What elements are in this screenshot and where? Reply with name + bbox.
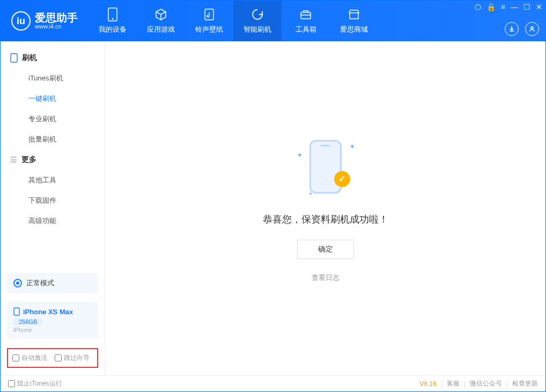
maximize-button[interactable]: ☐ xyxy=(523,3,530,11)
tab-my-device[interactable]: 我的设备 xyxy=(88,1,137,41)
brand-subtitle: www.i4.cn xyxy=(35,23,78,29)
user-button[interactable] xyxy=(525,22,539,36)
list-icon: ☰ xyxy=(10,156,17,164)
body: 刷机 iTunes刷机 一键刷机 专业刷机 批量刷机 ☰ 更多 其他工具 下载固… xyxy=(1,41,545,375)
cube-icon xyxy=(154,8,168,21)
checkbox-label: 跳过向导 xyxy=(64,353,90,363)
nav-group-more: ☰ 更多 xyxy=(1,150,105,170)
sidebar-nav: 刷机 iTunes刷机 一键刷机 专业刷机 批量刷机 ☰ 更多 其他工具 下载固… xyxy=(1,41,105,231)
tab-label: 智能刷机 xyxy=(244,25,271,34)
link-check-update[interactable]: 检查更新 xyxy=(512,379,538,388)
svg-rect-5 xyxy=(11,54,17,62)
version-label: V8.16 xyxy=(419,380,436,388)
brand-logo-icon: iu xyxy=(11,11,31,31)
checkbox-skip-guide[interactable]: 跳过向导 xyxy=(55,353,90,363)
svg-rect-6 xyxy=(14,308,19,315)
nav-item-oneclick-flash[interactable]: 一键刷机 xyxy=(1,88,105,109)
tab-label: 我的设备 xyxy=(99,25,127,34)
nav-item-other-tools[interactable]: 其他工具 xyxy=(1,170,105,190)
device-type: iPhone xyxy=(13,327,92,333)
sparkle-icon: ✦ xyxy=(297,151,303,159)
tab-label: 铃声壁纸 xyxy=(195,25,223,34)
checkbox-input[interactable] xyxy=(8,380,15,387)
sparkle-icon: ✦ xyxy=(349,142,356,151)
device-storage: 256GB xyxy=(13,318,42,326)
tab-label: 爱思商城 xyxy=(340,25,368,34)
mode-card[interactable]: 正常模式 xyxy=(7,273,98,293)
tab-apps-games[interactable]: 应用游戏 xyxy=(137,1,185,41)
menu-icon[interactable]: ≡ xyxy=(501,3,505,11)
sidebar: 刷机 iTunes刷机 一键刷机 专业刷机 批量刷机 ☰ 更多 其他工具 下载固… xyxy=(1,41,105,375)
view-log-link[interactable]: 查看日志 xyxy=(312,273,340,283)
nav-item-advanced[interactable]: 高级功能 xyxy=(1,211,105,231)
checkbox-label: 阻止iTunes运行 xyxy=(17,379,62,388)
main-panel: ✦ ✦ • ✓ 恭喜您，保资料刷机成功啦！ 确定 查看日志 xyxy=(105,41,545,375)
lock-icon[interactable]: 🔒 xyxy=(486,3,496,11)
phone-icon xyxy=(106,8,120,21)
music-file-icon xyxy=(202,8,216,21)
checkbox-auto-activate[interactable]: 自动激活 xyxy=(12,353,47,363)
device-name: iPhone XS Max xyxy=(23,308,73,316)
device-card[interactable]: iPhone XS Max 256GB iPhone xyxy=(7,302,98,338)
nav-group-flash: 刷机 xyxy=(1,48,105,68)
tab-toolbox[interactable]: 工具箱 xyxy=(282,1,330,41)
svg-point-1 xyxy=(112,18,114,20)
tab-label: 应用游戏 xyxy=(147,25,175,34)
brand: iu 爱思助手 www.i4.cn xyxy=(1,11,88,31)
store-icon xyxy=(347,8,361,21)
window-controls: ⬡ 🔒 ≡ — ☐ ✕ xyxy=(475,3,542,11)
nav-item-pro-flash[interactable]: 专业刷机 xyxy=(1,109,105,129)
checkbox-input[interactable] xyxy=(12,354,19,361)
minimize-button[interactable]: — xyxy=(511,3,518,11)
confirm-button[interactable]: 确定 xyxy=(297,240,354,259)
success-illustration: ✦ ✦ • ✓ xyxy=(293,135,358,199)
status-bar: 阻止iTunes运行 V8.16 | 客服 | 微信公众号 | 检查更新 xyxy=(1,375,545,391)
top-tabs: 我的设备 应用游戏 铃声壁纸 智能刷机 xyxy=(88,1,378,41)
checkmark-badge-icon: ✓ xyxy=(334,171,350,187)
mode-label: 正常模式 xyxy=(26,278,54,288)
svg-point-4 xyxy=(531,27,533,29)
download-button[interactable] xyxy=(505,22,519,36)
checkbox-block-itunes[interactable]: 阻止iTunes运行 xyxy=(8,379,62,388)
nav-item-batch-flash[interactable]: 批量刷机 xyxy=(1,129,105,150)
nav-group-title: 更多 xyxy=(21,155,36,165)
checkbox-input[interactable] xyxy=(55,354,62,361)
nav-item-download-fw[interactable]: 下载固件 xyxy=(1,190,105,211)
tab-smart-flash[interactable]: 智能刷机 xyxy=(233,1,282,41)
refresh-shield-icon xyxy=(250,8,264,21)
tab-ringtones[interactable]: 铃声壁纸 xyxy=(185,1,233,41)
device-icon xyxy=(13,307,20,316)
mode-indicator-icon xyxy=(13,279,22,287)
nav-group-title: 刷机 xyxy=(22,53,37,63)
tab-store[interactable]: 爱思商城 xyxy=(330,1,378,41)
link-support[interactable]: 客服 xyxy=(447,379,460,388)
close-button[interactable]: ✕ xyxy=(536,3,542,11)
brand-title: 爱思助手 xyxy=(35,12,78,23)
checkbox-label: 自动激活 xyxy=(21,353,47,363)
titlebar: iu 爱思助手 www.i4.cn 我的设备 应用游戏 xyxy=(1,1,545,41)
flash-options-highlight: 自动激活 跳过向导 xyxy=(7,348,98,368)
header-actions xyxy=(505,22,539,36)
app-window: iu 爱思助手 www.i4.cn 我的设备 应用游戏 xyxy=(0,0,546,392)
toolbox-icon xyxy=(299,8,313,21)
link-wechat[interactable]: 微信公众号 xyxy=(470,379,502,388)
tshirt-icon[interactable]: ⬡ xyxy=(475,3,481,11)
svg-rect-3 xyxy=(301,12,311,19)
nav-item-itunes-flash[interactable]: iTunes刷机 xyxy=(1,68,105,88)
phone-outline-icon xyxy=(10,53,18,63)
success-message: 恭喜您，保资料刷机成功啦！ xyxy=(263,213,388,226)
tab-label: 工具箱 xyxy=(296,25,316,34)
